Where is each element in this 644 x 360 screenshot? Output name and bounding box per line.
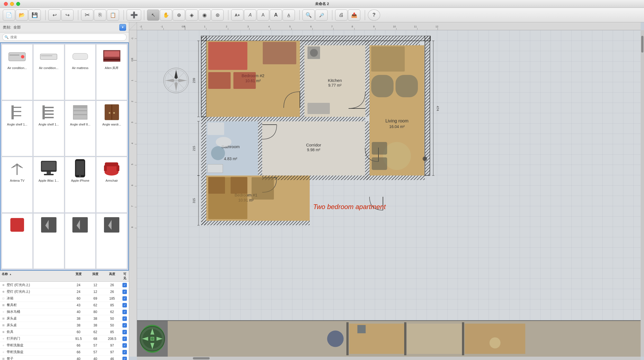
open-button[interactable]: 📂 [16,10,28,21]
svg-rect-8 [104,51,119,57]
minimize-button[interactable] [10,2,14,6]
floor-canvas[interactable]: 464 325 325 239 215 [137,30,641,357]
item-ac2-icon [37,46,60,66]
svg-point-186 [310,49,318,57]
item-ac2[interactable]: Air condition... [33,44,64,100]
visible-check-3[interactable] [122,296,127,301]
item-shelf3[interactable]: Angle shelf 8... [65,101,96,157]
pan-tool[interactable]: ✋ [160,10,172,21]
svg-rect-124 [262,176,370,180]
new-button[interactable]: 📄 [3,10,15,21]
font-tool2[interactable]: A [257,10,269,21]
prop-row-9[interactable]: ○打开的门91.568208.5 [0,335,129,342]
font-tool1[interactable]: A [244,10,256,21]
draw-wall-tool[interactable]: ⊕ [173,10,185,21]
svg-rect-51 [137,22,641,30]
visible-check-2[interactable] [122,290,127,294]
draw-tool2[interactable]: ◉ [198,10,211,21]
prop-row-5[interactable]: ○抽水马桶408062 [0,309,129,315]
horizontal-scrollbar[interactable] [137,357,641,360]
item-ac1[interactable]: Air condition... [2,44,33,100]
visible-check-7[interactable] [122,323,127,328]
canvas-area[interactable]: -2 -1 0米 1 2 3 4 5 6 7 8 [129,22,644,360]
vertical-scrollbar[interactable] [641,30,644,357]
prop-row-7[interactable]: ⊞床头桌383850 [0,322,129,329]
prop-row-3[interactable]: □冰箱6069185 [0,295,129,302]
redo-button[interactable]: ↪ [61,10,74,21]
thumbnail-view[interactable] [168,321,641,357]
copy-button[interactable]: ⎘ [94,10,106,21]
print-button[interactable]: 🖨 [335,10,347,21]
visible-check-9[interactable] [122,337,127,341]
prop-row-8[interactable]: ⊗炊具606285 [0,329,129,335]
svg-point-194 [423,157,427,161]
nav-widget[interactable] [140,325,165,353]
search-input[interactable] [2,34,127,41]
canvas-background[interactable]: 464 325 325 239 215 [137,30,641,357]
zoom-in-button[interactable]: 🔍 [302,10,315,21]
floorplan-svg[interactable]: 464 325 325 239 215 [159,36,439,226]
titlebar: 未命名 2 [0,0,644,8]
visible-check-12[interactable] [122,357,127,360]
visible-check-6[interactable] [122,316,127,321]
add-text-button[interactable]: A+ [231,10,243,21]
item-misc2[interactable] [33,213,64,269]
prop-row-11[interactable]: ○带柜洗脸盆665797 [0,349,129,356]
item-mattress[interactable]: Air mattress [65,44,96,100]
item-armchair[interactable]: Armchair [96,157,127,213]
svg-rect-11 [11,111,21,112]
share-button[interactable]: 📤 [348,10,360,21]
item-shelf2[interactable]: Angle shelf 1... [33,101,64,157]
prop-row-12[interactable]: ⊞凳子404046 [0,356,129,360]
item-misc4[interactable] [96,213,127,269]
svg-text:6: 6 [131,184,134,186]
prop-row-2[interactable]: ⊗壁灯 (灯光向上)241226 [0,288,129,295]
prop-row-1[interactable]: ⊗壁灯 (灯光向上)241226 [0,282,129,288]
prop-row-4[interactable]: ⊞餐具柜436285 [0,302,129,309]
props-height-header: 高度 [104,271,120,281]
font-tool4[interactable]: A [283,10,295,21]
draw-tool3[interactable]: ⊛ [211,10,224,21]
v-scroll-thumb[interactable] [641,36,643,53]
item-wardrobe[interactable]: Angle wardr... [96,101,127,157]
maximize-button[interactable] [16,2,20,6]
cut-button[interactable]: ✂ [81,10,93,21]
svg-point-197 [216,137,231,147]
item-allen[interactable]: Allen 风琴 [96,44,127,100]
close-button[interactable] [4,2,8,6]
h-scroll-thumb[interactable] [193,357,210,359]
select-tool[interactable]: ↖ [147,10,159,21]
item-iphone[interactable]: Apple iPhone [65,157,96,213]
add-object-button[interactable]: ➕ [127,10,141,21]
props-panel: 名称 ▲ 宽度 深度 高度 可见 ⊗壁灯 (灯光向上)241226 ⊗壁灯 (灯… [0,271,129,360]
item-shelf1[interactable]: Angle shelf 1... [2,101,33,157]
item-antena[interactable]: Antena TV [2,157,33,213]
visible-check-1[interactable] [122,283,127,287]
item-imac[interactable]: Apple iMac 1... [33,157,64,213]
visible-check-10[interactable] [122,343,127,348]
prop-row-6[interactable]: ⊞床头桌383850 [0,315,129,322]
help-button[interactable]: ? [368,10,380,21]
item-shelf3-label: Angle shelf 8... [70,123,90,126]
visible-check-5[interactable] [122,310,127,314]
item-misc3[interactable] [65,213,96,269]
paste-button[interactable]: 📋 [107,10,119,21]
svg-rect-5 [73,53,88,60]
undo-button[interactable]: ↩ [48,10,61,21]
svg-rect-198 [207,122,224,135]
category-dropdown[interactable]: ▼ [119,24,126,31]
font-tool3[interactable]: A [270,10,282,21]
svg-rect-106 [201,36,430,41]
svg-point-221 [151,337,154,340]
svg-point-199 [211,146,225,160]
visible-check-11[interactable] [122,350,127,354]
item-mattress-icon [69,46,91,66]
visible-check-4[interactable] [122,303,127,307]
item-misc1[interactable] [2,213,33,269]
draw-room-tool[interactable]: ◈ [186,10,198,21]
save-button[interactable]: 💾 [29,10,41,21]
prop-row-10[interactable]: ○带柜洗脸盆665797 [0,342,129,349]
sort-arrow[interactable]: ▲ [9,273,12,276]
visible-check-8[interactable] [122,330,127,334]
zoom-out-button[interactable]: 🔎 [315,10,328,21]
